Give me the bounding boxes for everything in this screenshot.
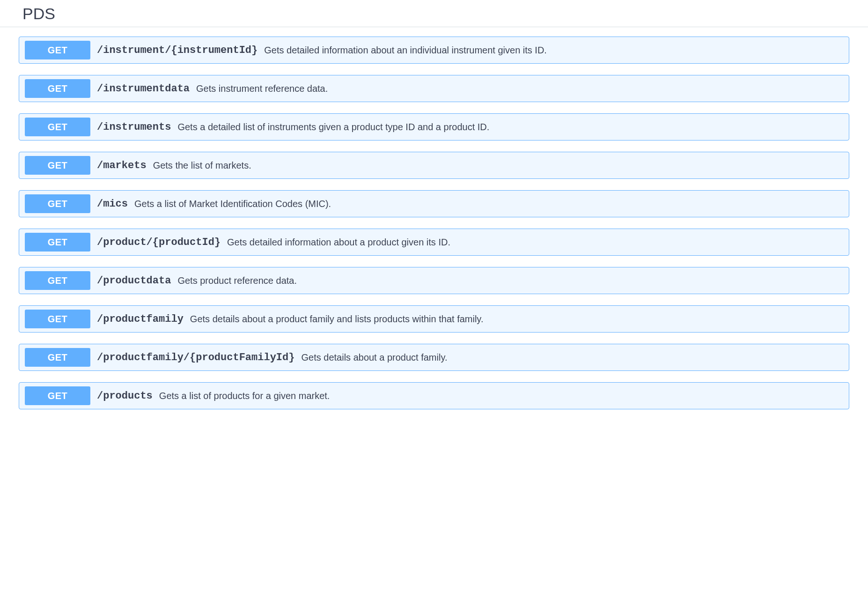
- endpoint-description: Gets detailed information about an indiv…: [264, 45, 547, 56]
- endpoint-description: Gets a list of products for a given mark…: [159, 391, 330, 401]
- http-method-badge: GET: [25, 118, 90, 136]
- endpoint-path: /productfamily: [97, 313, 184, 325]
- endpoint-row[interactable]: GET /instrument/{instrumentId} Gets deta…: [19, 37, 849, 64]
- endpoint-path: /product/{productId}: [97, 237, 221, 248]
- http-method-badge: GET: [25, 233, 90, 252]
- endpoint-path: /instrument/{instrumentId}: [97, 44, 257, 56]
- endpoint-path: /productdata: [97, 275, 171, 287]
- endpoint-row[interactable]: GET /product/{productId} Gets detailed i…: [19, 229, 849, 256]
- http-method-badge: GET: [25, 79, 90, 98]
- endpoint-path: /productfamily/{productFamilyId}: [97, 352, 294, 363]
- http-method-badge: GET: [25, 41, 90, 59]
- api-docs-page: PDS GET /instrument/{instrumentId} Gets …: [0, 0, 868, 430]
- http-method-badge: GET: [25, 348, 90, 367]
- http-method-badge: GET: [25, 386, 90, 405]
- endpoint-path: /markets: [97, 160, 147, 171]
- endpoint-description: Gets a list of Market Identification Cod…: [134, 199, 331, 209]
- endpoint-description: Gets instrument reference data.: [196, 83, 328, 94]
- endpoint-description: Gets details about a product family and …: [190, 314, 484, 325]
- endpoint-path: /instrumentdata: [97, 83, 190, 95]
- section-title[interactable]: PDS: [0, 0, 868, 27]
- endpoint-row[interactable]: GET /instrumentdata Gets instrument refe…: [19, 75, 849, 102]
- endpoint-description: Gets detailed information about a produc…: [227, 237, 450, 248]
- endpoint-row[interactable]: GET /productfamily Gets details about a …: [19, 305, 849, 333]
- endpoint-row[interactable]: GET /productdata Gets product reference …: [19, 267, 849, 294]
- endpoint-row[interactable]: GET /mics Gets a list of Market Identifi…: [19, 190, 849, 217]
- endpoint-row[interactable]: GET /products Gets a list of products fo…: [19, 382, 849, 409]
- endpoint-list: GET /instrument/{instrumentId} Gets deta…: [0, 27, 868, 430]
- endpoint-description: Gets a detailed list of instruments give…: [177, 122, 489, 133]
- endpoint-row[interactable]: GET /markets Gets the list of markets.: [19, 152, 849, 179]
- endpoint-path: /instruments: [97, 121, 171, 133]
- http-method-badge: GET: [25, 310, 90, 328]
- http-method-badge: GET: [25, 194, 90, 213]
- endpoint-row[interactable]: GET /productfamily/{productFamilyId} Get…: [19, 344, 849, 371]
- endpoint-path: /products: [97, 390, 153, 402]
- endpoint-description: Gets product reference data.: [177, 275, 297, 286]
- endpoint-description: Gets the list of markets.: [153, 160, 251, 171]
- http-method-badge: GET: [25, 271, 90, 290]
- endpoint-description: Gets details about a product family.: [301, 352, 447, 363]
- endpoint-row[interactable]: GET /instruments Gets a detailed list of…: [19, 113, 849, 141]
- http-method-badge: GET: [25, 156, 90, 175]
- endpoint-path: /mics: [97, 198, 128, 210]
